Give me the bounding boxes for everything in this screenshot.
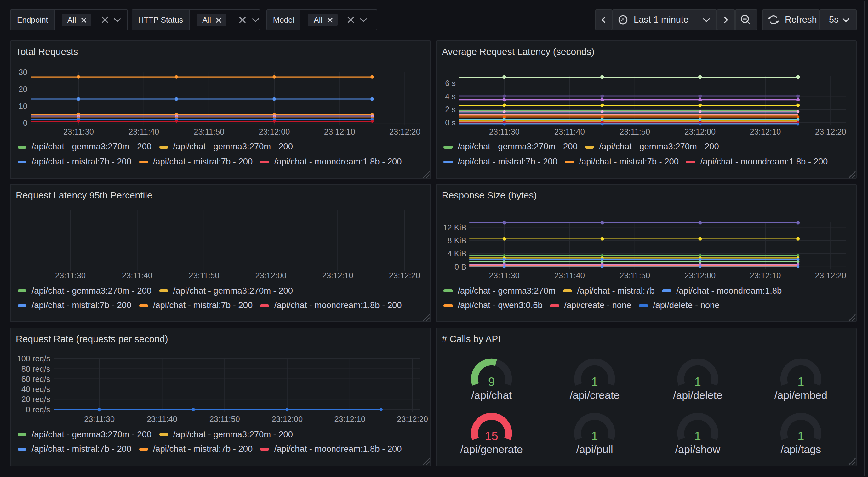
svg-text:23:11:50: 23:11:50 <box>189 271 219 280</box>
svg-text:23:11:40: 23:11:40 <box>555 127 585 136</box>
svg-text:0 req/s: 0 req/s <box>26 405 51 414</box>
svg-text:6 s: 6 s <box>445 79 456 88</box>
svg-text:0 s: 0 s <box>445 118 456 127</box>
svg-text:23:11:40: 23:11:40 <box>128 127 159 136</box>
svg-text:1: 1 <box>695 375 702 388</box>
svg-text:23:11:30: 23:11:30 <box>63 127 94 136</box>
svg-text:23:12:00: 23:12:00 <box>255 271 287 280</box>
svg-text:23:12:20: 23:12:20 <box>389 127 421 136</box>
svg-text:/api/show: /api/show <box>675 444 721 455</box>
svg-text:20 req/s: 20 req/s <box>22 395 51 404</box>
svg-text:23:12:00: 23:12:00 <box>259 127 290 136</box>
svg-text:80 req/s: 80 req/s <box>22 364 51 374</box>
svg-text:23:11:30: 23:11:30 <box>84 415 115 424</box>
svg-text:40 req/s: 40 req/s <box>22 385 51 394</box>
svg-text:23:12:10: 23:12:10 <box>750 271 781 280</box>
svg-text:8 KiB: 8 KiB <box>447 236 467 245</box>
svg-text:23:11:40: 23:11:40 <box>122 271 152 280</box>
svg-text:23:11:50: 23:11:50 <box>210 415 240 424</box>
svg-text:23:12:00: 23:12:00 <box>272 415 303 424</box>
svg-text:23:12:20: 23:12:20 <box>389 271 420 280</box>
svg-text:0: 0 <box>23 118 27 127</box>
svg-text:1: 1 <box>798 430 804 443</box>
svg-text:23:11:50: 23:11:50 <box>620 127 650 136</box>
svg-text:23:12:10: 23:12:10 <box>334 415 365 424</box>
svg-text:20: 20 <box>19 85 27 94</box>
svg-text:9: 9 <box>489 375 495 388</box>
svg-text:100 req/s: 100 req/s <box>17 354 51 363</box>
svg-text:0 B: 0 B <box>455 263 467 272</box>
svg-text:23:11:40: 23:11:40 <box>555 271 585 280</box>
svg-text:/api/embed: /api/embed <box>774 389 827 401</box>
svg-text:60 req/s: 60 req/s <box>22 375 51 383</box>
svg-text:4 s: 4 s <box>445 92 456 101</box>
svg-text:1: 1 <box>591 430 598 443</box>
svg-text:23:11:50: 23:11:50 <box>194 127 224 136</box>
svg-text:23:12:20: 23:12:20 <box>397 415 428 424</box>
svg-text:/api/delete: /api/delete <box>673 389 723 401</box>
svg-text:/api/pull: /api/pull <box>576 444 613 455</box>
svg-text:/api/create: /api/create <box>570 389 620 401</box>
svg-text:1: 1 <box>798 375 804 388</box>
svg-text:23:12:10: 23:12:10 <box>324 127 355 136</box>
svg-text:/api/chat: /api/chat <box>471 389 512 401</box>
svg-text:23:11:50: 23:11:50 <box>620 271 650 280</box>
svg-text:/api/generate: /api/generate <box>461 444 523 455</box>
svg-text:15: 15 <box>485 430 498 443</box>
svg-text:1: 1 <box>695 430 702 443</box>
svg-text:4 KiB: 4 KiB <box>447 249 467 258</box>
svg-text:23:11:40: 23:11:40 <box>147 415 177 424</box>
svg-text:23:11:30: 23:11:30 <box>490 271 520 280</box>
svg-text:23:12:20: 23:12:20 <box>815 127 846 136</box>
svg-text:/api/tags: /api/tags <box>781 444 821 455</box>
svg-text:23:12:00: 23:12:00 <box>685 271 716 280</box>
svg-text:23:12:00: 23:12:00 <box>685 127 716 136</box>
svg-text:30: 30 <box>19 68 27 77</box>
svg-text:2 s: 2 s <box>445 105 456 114</box>
svg-text:23:11:30: 23:11:30 <box>55 271 86 280</box>
svg-text:23:11:30: 23:11:30 <box>490 127 520 136</box>
svg-text:23:12:20: 23:12:20 <box>815 271 846 280</box>
svg-text:23:12:10: 23:12:10 <box>750 127 781 136</box>
svg-text:1: 1 <box>591 375 598 388</box>
svg-text:10: 10 <box>19 102 27 111</box>
svg-text:12 KiB: 12 KiB <box>443 223 467 232</box>
svg-text:23:12:10: 23:12:10 <box>322 271 353 280</box>
